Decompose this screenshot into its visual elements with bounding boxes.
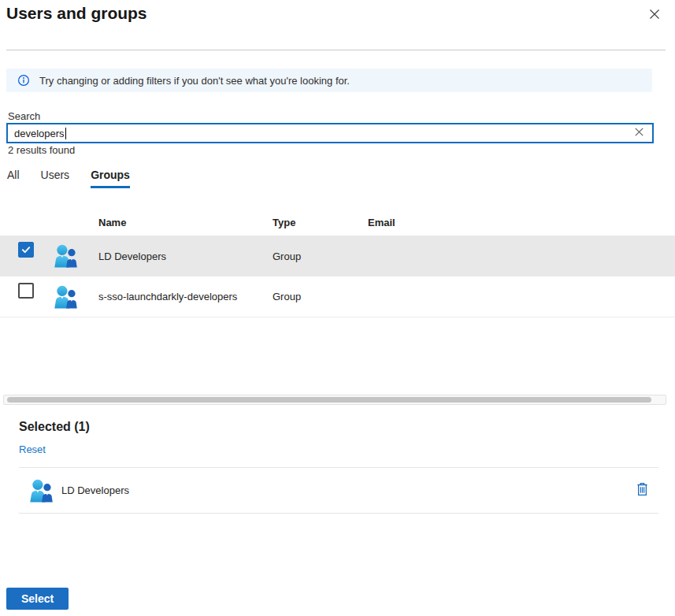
row-name: LD Developers <box>98 250 273 262</box>
scrollbar-thumb[interactable] <box>7 397 651 403</box>
trash-icon <box>636 482 649 499</box>
users-and-groups-panel: Users and groups Try changing or adding … <box>0 0 675 616</box>
group-icon <box>52 284 78 310</box>
header-divider <box>6 50 666 50</box>
tab-groups[interactable]: Groups <box>91 169 130 188</box>
search-input[interactable]: developers <box>6 123 654 143</box>
clear-icon <box>633 126 645 140</box>
table-header: Name Type Email <box>0 210 675 236</box>
group-icon <box>52 243 78 269</box>
tab-users[interactable]: Users <box>41 169 70 188</box>
row-checkbox-checked[interactable] <box>18 242 34 258</box>
results-table: Name Type Email <box>0 210 675 317</box>
search-input-value: developers <box>14 128 65 139</box>
row-checkbox-unchecked[interactable] <box>18 283 34 299</box>
row-type: Group <box>273 250 368 262</box>
info-banner-text: Try changing or adding filters if you do… <box>39 75 350 87</box>
info-banner: Try changing or adding filters if you do… <box>6 69 652 92</box>
info-icon <box>17 74 30 87</box>
clear-search-button[interactable] <box>632 126 646 140</box>
search-label: Search <box>8 110 40 122</box>
selected-item-name: LD Developers <box>61 484 129 496</box>
column-header-email: Email <box>368 217 675 228</box>
page-title: Users and groups <box>6 4 147 23</box>
column-header-name: Name <box>98 217 273 228</box>
column-header-type: Type <box>273 217 368 228</box>
remove-selected-button[interactable] <box>633 482 651 499</box>
close-button[interactable] <box>646 6 663 24</box>
row-type: Group <box>273 291 368 302</box>
select-button[interactable]: Select <box>6 588 69 610</box>
selected-item-row: LD Developers <box>19 467 658 514</box>
table-row[interactable]: s-sso-launchdarkly-developers Group <box>0 276 675 317</box>
table-row[interactable]: LD Developers Group <box>0 236 675 276</box>
reset-link[interactable]: Reset <box>19 443 46 455</box>
text-caret <box>65 128 66 139</box>
horizontal-scrollbar[interactable] <box>3 395 666 405</box>
close-icon <box>648 8 661 23</box>
selected-heading: Selected (1) <box>19 420 90 434</box>
tab-all[interactable]: All <box>7 169 20 188</box>
group-icon <box>28 477 54 504</box>
results-count: 2 results found <box>8 144 75 156</box>
row-name: s-sso-launchdarkly-developers <box>98 291 273 302</box>
tab-bar: All Users Groups <box>7 169 130 188</box>
